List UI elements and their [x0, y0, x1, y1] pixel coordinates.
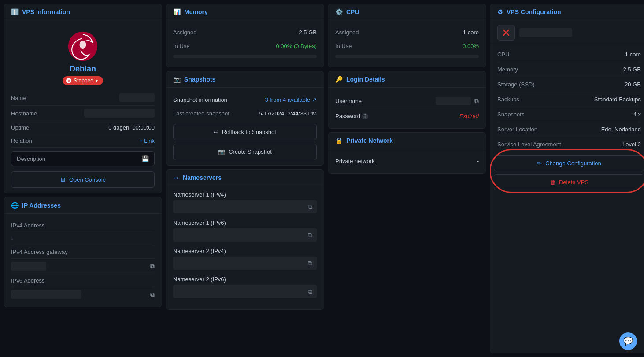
os-name-bar	[519, 28, 572, 37]
relation-row: Relation + Link	[11, 134, 155, 148]
snapshot-info-row: Snapshot information 3 from 4 available …	[173, 93, 317, 107]
vps-logo-section: Debian ✕ Stopped ▾	[11, 26, 155, 90]
name-value	[119, 93, 155, 102]
pencil-icon: ✏	[537, 160, 542, 167]
description-box: Description 💾	[11, 151, 155, 166]
cpu-assigned-label: Assigned	[335, 29, 359, 36]
ns1-ipv6-item: Nameserver 1 (IPv6) ⧉	[173, 219, 317, 242]
ipv6-value	[11, 290, 81, 299]
uptime-row: Uptime 0 dagen, 00:00:00	[11, 121, 155, 134]
key-icon: 🔑	[335, 76, 343, 83]
console-icon: 🖥	[60, 176, 66, 183]
nameservers-header: ↔ Nameservers	[166, 170, 324, 186]
config-sla-row: Service Level Agreement Level 2	[497, 137, 641, 152]
snapshots-title: Snapshots	[184, 76, 216, 83]
ns2-ipv4-copy-icon[interactable]: ⧉	[308, 260, 312, 267]
ip-title: IP Addresses	[22, 202, 61, 209]
memory-inuse-value: 0.00% (0 Bytes)	[276, 43, 317, 49]
relation-label: Relation	[11, 138, 32, 144]
ipv4-value-row: -	[11, 232, 155, 245]
last-snapshot-label: Last created snapshot	[173, 110, 229, 117]
config-sla-value: Level 2	[622, 141, 641, 148]
config-snapshots-value: 4 x	[633, 111, 641, 118]
config-icon: ⚙	[497, 8, 503, 15]
ns2-ipv6-item: Nameserver 2 (IPv6) ⧉	[173, 276, 317, 298]
config-sla-label: Service Level Agreement	[497, 141, 561, 148]
config-cpu-value: 1 core	[625, 51, 641, 58]
nameservers-title: Nameservers	[183, 174, 222, 181]
ipv4-gw-label: IPv4 Address gateway	[11, 249, 68, 255]
memory-title: Memory	[184, 8, 208, 15]
open-console-button[interactable]: 🖥 Open Console	[11, 171, 155, 188]
delete-vps-button[interactable]: 🗑 Delete VPS	[494, 174, 644, 190]
config-location-row: Server Location Ede, Nederland	[497, 122, 641, 137]
ns1-ipv4-copy-icon[interactable]: ⧉	[308, 203, 312, 211]
ns2-ipv6-label: Nameserver 2 (IPv6)	[173, 276, 317, 283]
nameservers-icon: ↔	[173, 174, 179, 181]
cpu-inuse-row: In Use 0.00%	[335, 39, 479, 53]
name-row: Name	[11, 90, 155, 106]
ipv6-label: IPv6 Address	[11, 277, 45, 284]
status-dot: ✕	[66, 78, 71, 83]
ns1-ipv6-value	[178, 231, 248, 239]
config-snapshots-row: Snapshots 4 x	[497, 107, 641, 122]
memory-header: 📊 Memory	[166, 4, 324, 20]
camera-icon: 📷	[218, 149, 225, 155]
cpu-progress-bar	[335, 55, 479, 58]
vps-os-name: Debian	[70, 64, 96, 74]
config-location-label: Server Location	[497, 126, 537, 133]
cpu-assigned-value: 1 core	[463, 29, 479, 36]
save-icon[interactable]: 💾	[141, 155, 149, 162]
os-close-icon	[501, 27, 511, 38]
config-cpu-row: CPU 1 core	[497, 47, 641, 62]
login-details-panel: 🔑 Login Details Username ⧉ Password ?	[328, 71, 486, 129]
ns1-ipv4-value	[178, 202, 213, 211]
cpu-assigned-row: Assigned 1 core	[335, 26, 479, 39]
change-config-label: Change Configuration	[545, 160, 601, 167]
memory-inuse-row: In Use 0.00% (0 Bytes)	[173, 39, 317, 53]
login-header: 🔑 Login Details	[328, 71, 486, 88]
vps-config-header: ⚙ VPS Configuration	[490, 4, 644, 20]
config-memory-label: Memory	[497, 66, 518, 73]
config-backups-value: Standard Backups	[594, 96, 641, 103]
memory-assigned-value: 2.5 GB	[299, 29, 317, 36]
copy-icon[interactable]: ⧉	[150, 263, 155, 270]
config-storage-value: 20 GB	[625, 81, 641, 88]
debian-logo-icon	[67, 31, 98, 62]
ns2-ipv6-copy-icon[interactable]: ⧉	[308, 288, 312, 295]
password-row: Password ? Expired	[335, 109, 479, 123]
create-snapshot-button[interactable]: 📷 Create Snapshot	[173, 144, 317, 160]
plus-icon: +	[140, 138, 143, 144]
ipv6-copy-icon[interactable]: ⧉	[150, 291, 155, 298]
ipv4-row: IPv4 Address	[11, 219, 155, 232]
config-memory-value: 2.5 GB	[623, 66, 641, 73]
name-label: Name	[11, 95, 26, 101]
password-label: Password	[335, 113, 360, 119]
ns1-ipv6-copy-icon[interactable]: ⧉	[308, 231, 312, 239]
status-badge[interactable]: ✕ Stopped ▾	[63, 76, 103, 85]
link-button[interactable]: + Link	[140, 138, 155, 144]
memory-panel: 📊 Memory Assigned 2.5 GB In Use 0.00% (0…	[166, 4, 324, 67]
chat-button[interactable]: 💬	[619, 332, 637, 350]
change-configuration-button[interactable]: ✏ Change Configuration	[494, 155, 644, 171]
config-backups-row: Backups Standard Backups	[497, 92, 641, 107]
config-storage-row: Storage (SSD) 20 GB	[497, 77, 641, 92]
ipv4-label: IPv4 Address	[11, 222, 45, 229]
vps-info-title: VPS Information	[22, 8, 70, 15]
config-memory-row: Memory 2.5 GB	[497, 62, 641, 77]
memory-icon: 📊	[173, 8, 181, 15]
password-help-icon[interactable]: ?	[362, 113, 368, 119]
cpu-title: CPU	[346, 8, 359, 15]
create-snapshot-label: Create Snapshot	[229, 149, 272, 155]
last-snapshot-value: 5/17/2024, 3:44:33 PM	[259, 110, 317, 117]
username-copy-icon[interactable]: ⧉	[474, 97, 479, 105]
private-network-row: Private network -	[335, 154, 479, 168]
rollback-button[interactable]: ↩ Rollback to Snapshot	[173, 124, 317, 140]
snapshot-link[interactable]: 3 from 4 available ↗	[265, 97, 317, 103]
rollback-label: Rollback to Snapshot	[222, 129, 276, 135]
snapshots-panel: 📷 Snapshots Snapshot information 3 from …	[166, 71, 324, 166]
status-chevron-icon: ▾	[96, 78, 98, 83]
config-cpu-label: CPU	[497, 51, 509, 58]
ns2-ipv4-item: Nameserver 2 (IPv4) ⧉	[173, 248, 317, 270]
cpu-panel: ⚙️ CPU Assigned 1 core In Use 0.00%	[328, 4, 486, 67]
